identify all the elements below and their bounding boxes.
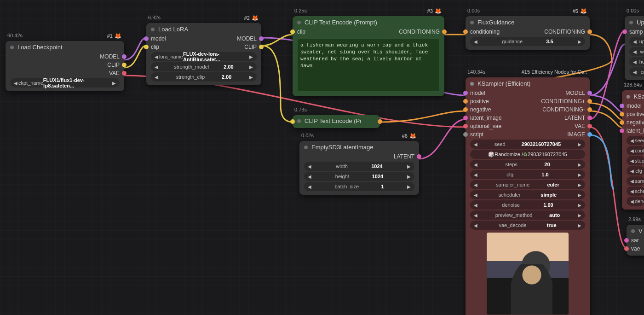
widget-denoise[interactable]: ◀deno	[627, 197, 644, 206]
widget-crop[interactable]: ◀cr	[629, 67, 644, 76]
io-script-image[interactable]: scriptIMAGE	[466, 130, 590, 139]
node-timing: 140.34s	[467, 69, 485, 75]
node-title[interactable]: KSampler (Efficient)	[466, 77, 590, 89]
io-row-model[interactable]: model MODEL	[146, 35, 261, 43]
node-ksampler-2[interactable]: 128.64s KSa model positive negative late…	[622, 90, 644, 210]
node-clip-encode-positive[interactable]: 0.25s #3🦊 CLIP Text Encode (Prompt) clip…	[293, 16, 444, 96]
node-title[interactable]: Up	[625, 16, 644, 28]
widget-cfg[interactable]: ◀cfg	[627, 166, 644, 175]
io-model[interactable]: modelMODEL	[466, 89, 590, 97]
input-latent[interactable]: latent_i	[622, 127, 644, 135]
input-samples[interactable]: samp	[625, 28, 644, 36]
widget-steps[interactable]: ◀steps20▶	[470, 160, 585, 169]
output-latent[interactable]: LATENT	[299, 152, 419, 161]
node-title[interactable]: KSa	[622, 90, 644, 102]
input-model[interactable]: model	[622, 102, 644, 110]
node-timing: 128.64s	[624, 82, 642, 88]
node-upscale[interactable]: 0.00s Up samp ◀up ◀wi ◀he ◀cr	[625, 16, 644, 80]
widget-seed[interactable]: ◀seed	[627, 136, 644, 145]
node-title[interactable]: V	[627, 225, 644, 236]
widget-width[interactable]: ◀width1024▶	[304, 162, 414, 171]
node-badge: #3🦊	[427, 8, 442, 14]
widget-scheduler[interactable]: ◀schedulersimple▶	[470, 190, 585, 199]
widget-sampler-name[interactable]: ◀sampler_nameeuler▶	[470, 180, 585, 189]
io-negative[interactable]: negativeCONDITIONING-	[466, 105, 590, 114]
widget-guidance[interactable]: ◀guidance3.5▶	[470, 37, 585, 46]
io-latent[interactable]: latent_imageLATENT	[466, 114, 590, 122]
widget-scheduler[interactable]: ◀sche	[627, 187, 644, 196]
widget-batch-size[interactable]: ◀batch_size1▶	[304, 182, 414, 191]
input-samples[interactable]: sar	[627, 236, 644, 245]
chevron-right-icon: ▶	[111, 81, 117, 86]
widget-seed[interactable]: ◀seed29032160727045▶	[470, 140, 585, 149]
output-clip[interactable]: CLIP	[6, 61, 124, 69]
widget-denoise[interactable]: ◀denoise1.00▶	[470, 200, 585, 210]
io-positive[interactable]: positiveCONDITIONING+	[466, 97, 590, 105]
widget-vae-decode[interactable]: ◀vae_decodetrue▶	[470, 221, 585, 230]
output-vae[interactable]: VAE	[6, 69, 124, 77]
widget-strength-clip[interactable]: ◀strength_clip2.00▶	[151, 72, 257, 82]
node-timing: 0.00s	[467, 8, 480, 13]
input-vae[interactable]: vae	[627, 245, 644, 253]
widget-ckpt-name[interactable]: ◀ ckpt_name FLUX1/flux1-dev-fp8.safeten.…	[10, 78, 120, 88]
io-row-clip[interactable]: clip CLIP	[146, 43, 261, 51]
node-timing: 6.92s	[148, 15, 161, 20]
fox-icon: 🦊	[580, 8, 587, 14]
node-timing: 2.99s	[628, 216, 641, 222]
widget-cfg[interactable]: ◀cfg1.0▶	[470, 170, 585, 179]
node-title[interactable]: FluxGuidance	[466, 16, 590, 28]
input-positive[interactable]: positive	[622, 110, 644, 118]
widget-height[interactable]: ◀height1024▶	[304, 172, 414, 181]
widget-width[interactable]: ◀wi	[629, 47, 644, 56]
widget-strength-model[interactable]: ◀strength_model2.00▶	[151, 62, 257, 71]
chevron-left-icon: ◀	[13, 81, 18, 86]
node-title[interactable]: EmptySD3LatentImage	[299, 141, 419, 152]
fox-icon: 🦊	[252, 15, 259, 21]
widget-preview-method[interactable]: ◀preview_methodauto▶	[470, 210, 585, 220]
node-badge: #6🦊	[402, 133, 416, 139]
node-flux-guidance[interactable]: 0.00s #5🦊 FluxGuidance conditioning COND…	[466, 16, 590, 50]
io-row-conditioning[interactable]: conditioning CONDITIONING	[466, 28, 590, 36]
io-vae[interactable]: optional_vaeVAE	[466, 122, 590, 130]
node-timing: 0.73s	[294, 107, 307, 112]
input-negative[interactable]: negative	[622, 118, 644, 127]
fox-icon: 🦊	[115, 33, 121, 39]
widget-control[interactable]: ◀cont	[627, 146, 644, 155]
widget-sampler[interactable]: ◀samp	[627, 176, 644, 186]
node-load-lora[interactable]: 6.92s #2🦊 Load LoRA model MODEL clip CLI…	[146, 23, 261, 85]
node-timing: 0.00s	[627, 8, 639, 13]
node-badge: #15 Efficiency Nodes for Co..	[522, 69, 587, 75]
node-title[interactable]: CLIP Text Encode (Prompt)	[293, 16, 444, 28]
randomize-button[interactable]: 🎲 Randomize / ♻ 29032160727045	[470, 150, 585, 159]
preview-image	[487, 233, 569, 315]
node-ksampler-efficient[interactable]: 140.34s #15 Efficiency Nodes for Co.. KS…	[466, 77, 590, 315]
widget-steps[interactable]: ◀steps	[627, 156, 644, 165]
fox-icon: 🦊	[409, 133, 416, 139]
node-clip-encode-negative[interactable]: 0.73s CLIP Text Encode (Pr	[293, 115, 380, 128]
fox-icon: 🦊	[435, 8, 442, 14]
node-title[interactable]: Load Checkpoint	[6, 41, 124, 52]
node-load-checkpoint[interactable]: 60.42s #1🦊 Load Checkpoint MODEL CLIP VA…	[6, 41, 124, 91]
widget-lora-name[interactable]: ◀lora_nameFLUX-dev-lora-AntiBlur.safet..…	[151, 52, 257, 61]
prompt-textarea[interactable]: a fisherman wearing a worn cap and a thi…	[297, 39, 440, 92]
widget-height[interactable]: ◀he	[629, 57, 644, 66]
io-row-clip-cond[interactable]: clip CONDITIONING	[293, 28, 444, 36]
node-title[interactable]: CLIP Text Encode (Pr	[293, 115, 380, 127]
node-empty-latent[interactable]: 0.02s #6🦊 EmptySD3LatentImage LATENT ◀wi…	[299, 141, 419, 195]
node-timing: 60.42s	[7, 33, 23, 38]
node-vae-decode[interactable]: 2.99s V sar vae	[627, 225, 644, 256]
node-badge: #5🦊	[573, 8, 587, 14]
output-model[interactable]: MODEL	[6, 52, 124, 61]
node-timing: 0.25s	[294, 8, 307, 13]
node-badge: #1🦊	[107, 33, 121, 39]
node-badge: #2🦊	[244, 15, 259, 21]
widget-upscale[interactable]: ◀up	[629, 37, 644, 46]
node-timing: 0.02s	[301, 133, 314, 138]
node-title[interactable]: Load LoRA	[146, 23, 261, 35]
